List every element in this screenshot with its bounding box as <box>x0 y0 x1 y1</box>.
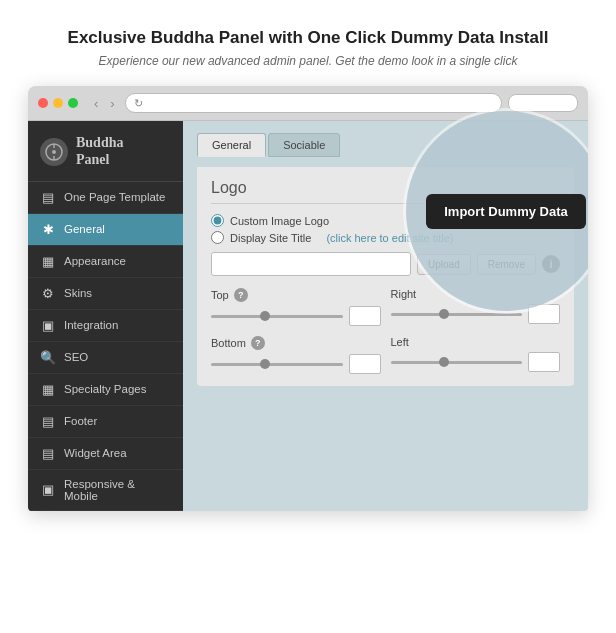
search-area <box>508 94 578 112</box>
field-top-controls <box>211 306 381 326</box>
page-header: Exclusive Buddha Panel with One Click Du… <box>28 0 589 86</box>
import-dummy-data-button[interactable]: Import Dummy Data <box>426 194 586 229</box>
top-number[interactable] <box>349 306 381 326</box>
page-icon: ▤ <box>40 190 56 205</box>
logo-icon <box>40 138 68 166</box>
sidebar: Buddha Panel ▤ One Page Template ✱ Gener… <box>28 121 183 511</box>
url-bar[interactable]: ↻ <box>125 93 502 113</box>
settings-icon: ✱ <box>40 222 56 237</box>
upload-button[interactable]: Upload <box>417 254 471 275</box>
field-top-help[interactable]: ? <box>234 288 248 302</box>
browser-content: Buddha Panel ▤ One Page Template ✱ Gener… <box>28 121 588 511</box>
field-bottom-help[interactable]: ? <box>251 336 265 350</box>
sidebar-item-responsive-mobile[interactable]: ▣ Responsive & Mobile <box>28 470 183 511</box>
seo-icon: 🔍 <box>40 350 56 365</box>
field-right-header: Right <box>391 288 561 300</box>
sidebar-label: Skins <box>64 287 92 299</box>
upload-row: Upload Remove i <box>211 252 560 276</box>
traffic-light-green[interactable] <box>68 98 78 108</box>
field-left-header: Left <box>391 336 561 348</box>
field-bottom-header: Bottom ? <box>211 336 381 350</box>
bottom-slider[interactable] <box>211 363 343 366</box>
traffic-light-red[interactable] <box>38 98 48 108</box>
sidebar-label: One Page Template <box>64 191 165 203</box>
skins-icon: ⚙ <box>40 286 56 301</box>
bottom-number[interactable] <box>349 354 381 374</box>
integration-icon: ▣ <box>40 318 56 333</box>
field-left-controls <box>391 352 561 372</box>
radio-display-title[interactable]: Display Site Title (click here to edit s… <box>211 231 560 244</box>
tab-sociable[interactable]: Sociable <box>268 133 340 157</box>
info-icon[interactable]: i <box>542 255 560 273</box>
field-bottom-label: Bottom <box>211 337 246 349</box>
field-bottom-controls <box>211 354 381 374</box>
sidebar-menu: ▤ One Page Template ✱ General ▦ Appearan… <box>28 182 183 511</box>
field-top: Top ? <box>211 288 381 326</box>
appearance-icon: ▦ <box>40 254 56 269</box>
sidebar-label: Footer <box>64 415 97 427</box>
top-slider[interactable] <box>211 315 343 318</box>
radio-custom-image-label: Custom Image Logo <box>230 215 329 227</box>
sidebar-item-integration[interactable]: ▣ Integration <box>28 310 183 342</box>
field-right-controls <box>391 304 561 324</box>
field-left-label: Left <box>391 336 409 348</box>
sidebar-label: SEO <box>64 351 88 363</box>
traffic-light-yellow[interactable] <box>53 98 63 108</box>
field-top-label: Top <box>211 289 229 301</box>
right-number[interactable] <box>528 304 560 324</box>
browser-nav: ‹ › <box>90 95 119 112</box>
tab-general[interactable]: General <box>197 133 266 157</box>
sidebar-label: Specialty Pages <box>64 383 146 395</box>
sidebar-label: Appearance <box>64 255 126 267</box>
radio-display-title-input[interactable] <box>211 231 224 244</box>
logo-text: Buddha Panel <box>76 135 123 169</box>
sidebar-item-specialty-pages[interactable]: ▦ Specialty Pages <box>28 374 183 406</box>
refresh-icon: ↻ <box>134 97 143 110</box>
back-button[interactable]: ‹ <box>90 95 102 112</box>
edit-site-title-link[interactable]: (click here to edit site title) <box>326 232 453 244</box>
footer-icon: ▤ <box>40 414 56 429</box>
left-number[interactable] <box>528 352 560 372</box>
field-left: Left <box>391 336 561 374</box>
sidebar-item-one-page-template[interactable]: ▤ One Page Template <box>28 182 183 214</box>
sidebar-label: Integration <box>64 319 118 331</box>
field-right-label: Right <box>391 288 417 300</box>
svg-point-1 <box>52 150 56 154</box>
browser-frame: ‹ › ↻ Budd <box>28 86 588 511</box>
field-right: Right <box>391 288 561 326</box>
radio-display-title-label: Display Site Title <box>230 232 311 244</box>
right-slider[interactable] <box>391 313 523 316</box>
browser-toolbar: ‹ › ↻ <box>28 86 588 121</box>
main-panel: Import Dummy Data General Sociable Logo … <box>183 121 588 511</box>
field-top-header: Top ? <box>211 288 381 302</box>
traffic-lights <box>38 98 78 108</box>
remove-button[interactable]: Remove <box>477 254 536 275</box>
tab-bar: General Sociable <box>197 133 574 157</box>
specialty-icon: ▦ <box>40 382 56 397</box>
sidebar-item-skins[interactable]: ⚙ Skins <box>28 278 183 310</box>
sidebar-label: Responsive & Mobile <box>64 478 171 502</box>
sidebar-label: General <box>64 223 105 235</box>
sidebar-item-widget-area[interactable]: ▤ Widget Area <box>28 438 183 470</box>
forward-button[interactable]: › <box>106 95 118 112</box>
field-bottom: Bottom ? <box>211 336 381 374</box>
sidebar-logo: Buddha Panel <box>28 121 183 182</box>
left-slider[interactable] <box>391 361 523 364</box>
file-input-field[interactable] <box>211 252 411 276</box>
radio-custom-image-input[interactable] <box>211 214 224 227</box>
page-subtitle: Experience our new advanced admin panel.… <box>68 54 549 68</box>
sidebar-item-seo[interactable]: 🔍 SEO <box>28 342 183 374</box>
responsive-icon: ▣ <box>40 482 56 497</box>
sidebar-item-footer[interactable]: ▤ Footer <box>28 406 183 438</box>
fields-grid: Top ? Right <box>211 288 560 374</box>
sidebar-item-appearance[interactable]: ▦ Appearance <box>28 246 183 278</box>
page-title: Exclusive Buddha Panel with One Click Du… <box>68 28 549 48</box>
sidebar-label: Widget Area <box>64 447 127 459</box>
sidebar-item-general[interactable]: ✱ General <box>28 214 183 246</box>
widget-icon: ▤ <box>40 446 56 461</box>
browser-search-input[interactable] <box>508 94 578 112</box>
